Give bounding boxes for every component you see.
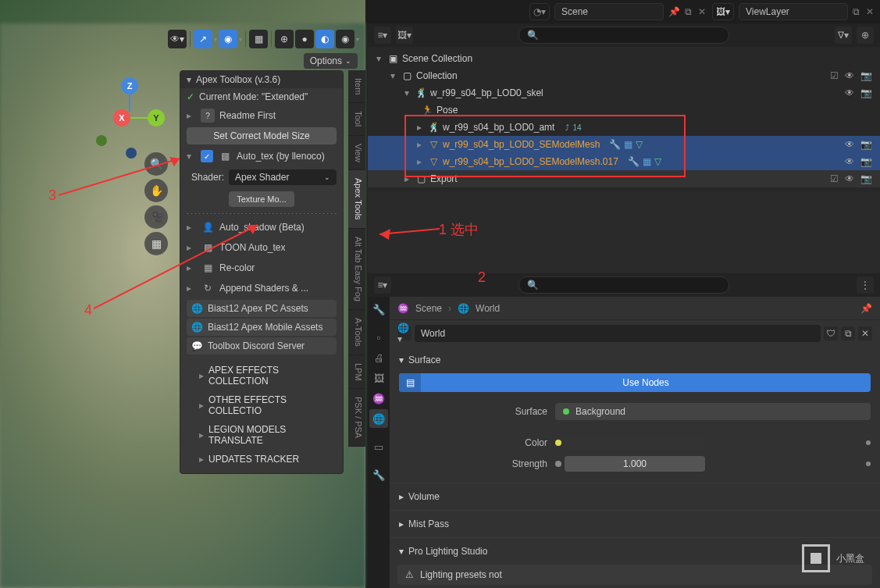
pose-row[interactable]: 🏃Pose <box>368 102 880 119</box>
autotex-row[interactable]: ✓ ▩ Auto_tex (by llenoco) <box>180 146 343 166</box>
collection-row[interactable]: ▢Collection ☑👁📷 <box>368 67 880 84</box>
mesh2-row[interactable]: ▽w_r99_s04_bp_LOD0_SEModelMesh.017 🔧▦▽ 👁… <box>368 153 880 170</box>
checkbox-icon[interactable]: ☑ <box>830 70 839 81</box>
copy-icon[interactable]: ⧉ <box>841 326 855 340</box>
scene-name-field[interactable]: Scene <box>554 3 664 20</box>
color-swatch[interactable] <box>565 436 705 450</box>
skel-row[interactable]: 🕺w_r99_s04_bp_LOD0_skel 👁📷 <box>368 84 880 102</box>
copy-icon[interactable]: ⧉ <box>853 6 860 17</box>
updates-tracker-section[interactable]: UPDATES TRACKER <box>180 450 343 469</box>
camera-icon[interactable]: 📷 <box>860 173 872 184</box>
set-size-button[interactable]: Set Correct Model Size <box>187 127 337 144</box>
object-tab[interactable]: ▭ <box>369 437 388 456</box>
camera-button[interactable]: 🎥 <box>144 205 168 229</box>
pan-button[interactable]: ✋ <box>144 179 168 202</box>
eye-icon[interactable]: 👁 <box>845 173 854 184</box>
display-mode-dropdown[interactable]: 🖼▾ <box>396 27 413 44</box>
eye-icon[interactable]: 👁 <box>845 70 854 81</box>
toon-autotex-row[interactable]: ▩TOON Auto_tex <box>180 237 343 258</box>
tab-lpm[interactable]: LPM <box>348 355 365 390</box>
shading-material[interactable]: ◐ <box>315 30 334 48</box>
legion-translate-section[interactable]: LEGION MODELS TRANSLATE <box>180 420 343 450</box>
shader-dropdown[interactable]: Apex Shader⌄ <box>229 169 337 185</box>
output-tab[interactable]: 🖨 <box>369 348 388 367</box>
texture-model-button[interactable]: Texture Mo... <box>229 191 294 207</box>
apex-effects-section[interactable]: APEX EFFECTS COLLECTION <box>180 361 343 390</box>
world-browse[interactable]: 🌐▾ <box>397 326 411 340</box>
gizmo-x[interactable]: X <box>113 109 130 127</box>
properties-search[interactable]: 🔍 <box>518 276 729 294</box>
close-icon[interactable]: ✕ <box>866 6 874 17</box>
autotex-checkbox[interactable]: ✓ <box>201 150 213 162</box>
tool-tab[interactable]: 🔧 <box>369 300 388 319</box>
modifiers-tab[interactable]: 🔧 <box>369 465 388 484</box>
camera-icon[interactable]: 📷 <box>860 156 872 167</box>
overlay-toggle[interactable]: ◉ <box>219 30 237 48</box>
nav-gizmo[interactable]: Z X Y <box>98 82 168 152</box>
volume-section-header[interactable]: Volume <box>399 488 871 505</box>
shading-rendered[interactable]: ◉ <box>336 30 354 48</box>
pin-icon[interactable]: 📌 <box>668 6 680 17</box>
shading-wireframe[interactable]: ⊕ <box>275 30 294 48</box>
panel-header[interactable]: Apex Toolbox (v.3.6) <box>180 71 343 88</box>
scene-tab[interactable]: ♒ <box>369 389 388 408</box>
eye-icon[interactable]: 👁 <box>845 139 854 150</box>
scene-selector[interactable]: ◔▾ <box>529 3 550 20</box>
editor-type-dropdown[interactable]: ≡▾ <box>374 27 391 44</box>
mist-section-header[interactable]: Mist Pass <box>399 515 871 533</box>
options-icon[interactable]: ⋮ <box>857 276 874 294</box>
viewlayer-selector[interactable]: 🖼▾ <box>712 3 734 20</box>
tab-psk-psa[interactable]: PSK / PSA <box>348 389 365 447</box>
world-name-field[interactable]: World <box>415 325 821 342</box>
viewlayer-name-field[interactable]: ViewLayer <box>739 3 848 20</box>
copy-icon[interactable]: ⧉ <box>685 6 692 17</box>
shading-solid[interactable]: ● <box>295 30 314 48</box>
editor-type-dropdown[interactable]: ≡▾ <box>374 276 391 294</box>
mobile-assets-link[interactable]: 🌐Biast12 Apex Mobile Assets <box>187 319 337 336</box>
mesh1-row[interactable]: ▽w_r99_s04_bp_LOD0_SEModelMesh 🔧▦▽ 👁📷 <box>368 136 880 153</box>
render-tab[interactable]: ▫ <box>369 328 388 347</box>
pro-lighting-header[interactable]: Pro Lighting Studio <box>399 543 871 560</box>
viewlayer-tab[interactable]: 🖼 <box>369 369 388 387</box>
gizmo-z[interactable]: Z <box>121 77 138 94</box>
export-row[interactable]: ▢Export ☑👁📷 <box>368 170 880 187</box>
filter-button[interactable]: ∇▾ <box>835 27 852 44</box>
camera-icon[interactable]: 📷 <box>860 139 872 150</box>
strength-field[interactable]: 1.000 <box>565 456 705 472</box>
eye-icon[interactable]: 👁 <box>845 87 854 98</box>
pc-assets-link[interactable]: 🌐Biast12 Apex PC Assets <box>187 300 337 317</box>
world-tab[interactable]: 🌐 <box>369 409 388 428</box>
shield-icon[interactable]: 🛡 <box>824 326 838 340</box>
scene-collection-row[interactable]: ▣Scene Collection <box>368 50 880 67</box>
visibility-dropdown[interactable]: 👁▾ <box>168 30 187 48</box>
options-dropdown[interactable]: Options⌄ <box>304 53 358 69</box>
camera-icon[interactable]: 📷 <box>860 87 872 98</box>
new-collection-button[interactable]: ⊕ <box>857 27 874 44</box>
outliner-search[interactable]: 🔍 <box>518 27 729 44</box>
tab-view[interactable]: View <box>348 136 365 171</box>
discord-link[interactable]: 💬Toolbox Discord Server <box>187 337 337 355</box>
tab-item[interactable]: Item <box>348 70 365 103</box>
recolor-row[interactable]: ▦Re-color <box>180 258 343 278</box>
background-field[interactable]: Background <box>555 403 871 420</box>
pin-icon[interactable]: 📌 <box>860 303 872 314</box>
xray-toggle[interactable]: ▦ <box>249 30 268 48</box>
append-shaders-row[interactable]: ↻Append Shaders & ... <box>180 278 343 298</box>
surface-section-header[interactable]: Surface <box>399 351 871 369</box>
tab-a-tools[interactable]: A-Tools <box>348 310 365 355</box>
readme-row[interactable]: ? Readme First <box>180 105 343 126</box>
auto-shadow-row[interactable]: 👤Auto_shadow (Beta) <box>180 217 343 237</box>
tab-easy-fog[interactable]: Alt Tab Easy Fog <box>348 229 365 310</box>
close-icon[interactable]: ✕ <box>698 6 706 17</box>
gizmo-toggle[interactable]: ↗ <box>194 30 212 48</box>
other-effects-section[interactable]: OTHER EFFECTS COLLECTIO <box>180 390 343 420</box>
camera-icon[interactable]: 📷 <box>860 70 872 81</box>
use-nodes-button[interactable]: ▤ Use Nodes <box>399 373 871 392</box>
amt-row[interactable]: 🕺w_r99_s04_bp_LOD0_amt ⤴14 <box>368 119 880 136</box>
tab-tool[interactable]: Tool <box>348 103 365 135</box>
viewport-3d[interactable]: 👁▾ ↗▾ ◉▾ ▦ ⊕ ● ◐ ◉▾ Options⌄ Z X Y 🔍 ✋ 🎥… <box>0 0 365 588</box>
eye-icon[interactable]: 👁 <box>845 156 854 167</box>
perspective-button[interactable]: ▦ <box>144 232 168 255</box>
close-icon[interactable]: ✕ <box>858 326 872 340</box>
gizmo-y[interactable]: Y <box>148 109 165 127</box>
